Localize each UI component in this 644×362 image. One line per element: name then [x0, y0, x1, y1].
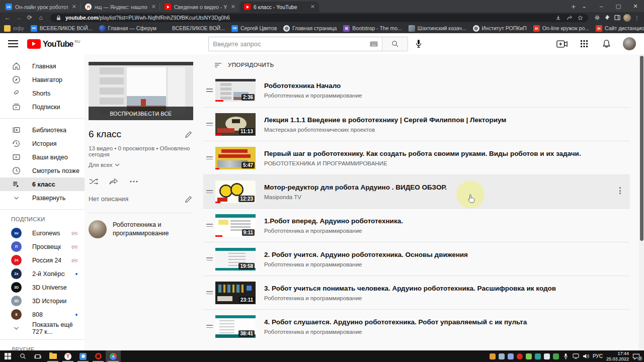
- drag-handle-icon[interactable]: [203, 325, 215, 328]
- yandex-browser-button[interactable]: Y: [60, 350, 75, 362]
- page-scrollbar[interactable]: [639, 54, 644, 350]
- share-icon[interactable]: [109, 176, 119, 187]
- subscription-item[interactable]: 3D3D Истории: [0, 294, 85, 308]
- tab-close-icon[interactable]: ✕: [150, 4, 157, 10]
- video-channel[interactable]: Мастерская робототехнических проектов: [264, 127, 630, 133]
- close-button[interactable]: ✕: [627, 3, 644, 10]
- browser-tab[interactable]: Янщ — Яндекс: нашлось 53 тыс.✕: [80, 2, 160, 12]
- search-input[interactable]: [213, 40, 370, 48]
- video-thumbnail[interactable]: 5:47: [215, 147, 256, 169]
- browser-menu-icon[interactable]: ⋮: [633, 14, 641, 21]
- reload-icon[interactable]: ⟳: [25, 14, 34, 21]
- video-row[interactable]: 19:582. Робот учится. Ардуино робототехн…: [203, 242, 630, 276]
- video-thumbnail[interactable]: 23:11: [215, 282, 256, 304]
- playlist-thumbnail[interactable]: ВОСПРОИЗВЕСТИ ВСЕ: [89, 62, 193, 120]
- subscription-item[interactable]: 2х2-й Хопёрский ок...: [0, 267, 85, 281]
- tray-feather-app-icon[interactable]: [544, 353, 550, 359]
- video-title[interactable]: 4. Робот слушается. Ардуино робототехник…: [264, 318, 630, 326]
- voice-search-icon[interactable]: [411, 36, 426, 51]
- play-all-button[interactable]: ВОСПРОИЗВЕСТИ ВСЕ: [89, 107, 193, 120]
- more-actions-icon[interactable]: [129, 176, 139, 187]
- privacy-dropdown[interactable]: Для всех: [89, 162, 193, 168]
- extensions-puzzle-icon[interactable]: [603, 14, 611, 21]
- tab-close-icon[interactable]: ✕: [71, 4, 77, 10]
- notifications-bell-icon[interactable]: [601, 38, 612, 49]
- microphone-icon[interactable]: [562, 353, 569, 359]
- browser-tab[interactable]: Сведения о видео - YouTube St...✕: [160, 2, 239, 12]
- screen-recorder-button[interactable]: [75, 350, 91, 362]
- drag-handle-icon[interactable]: [203, 291, 215, 294]
- bookmark-item[interactable]: ◍Главная страница: [283, 25, 337, 32]
- download-page-icon[interactable]: [554, 14, 562, 21]
- chrome-button[interactable]: [106, 350, 121, 362]
- edit-description-pencil-icon[interactable]: [183, 194, 193, 204]
- tray-discord-icon[interactable]: [508, 353, 514, 359]
- subscription-item[interactable]: 24Россия 24((•)): [0, 253, 85, 267]
- back-icon[interactable]: ←: [3, 14, 12, 21]
- tray-app-orange-icon[interactable]: [490, 353, 496, 359]
- shuffle-icon[interactable]: [89, 176, 99, 187]
- browser-tab[interactable]: VKОн-лайн урок робототехники✕: [1, 2, 80, 12]
- video-channel[interactable]: Робототехника и программирование: [264, 295, 630, 301]
- bookmark-item[interactable]: юфу: [4, 25, 24, 32]
- drag-handle-icon[interactable]: [203, 224, 215, 227]
- drag-handle-icon[interactable]: [203, 156, 215, 159]
- keyboard-icon[interactable]: [370, 41, 378, 47]
- sidebar-item-6-класс[interactable]: 6 класс: [0, 177, 85, 191]
- menu-hamburger-icon[interactable]: [8, 40, 18, 47]
- bookmark-item[interactable]: Шахтинский казач...: [409, 25, 466, 32]
- scrollbar-thumb[interactable]: [640, 56, 643, 241]
- create-video-icon[interactable]: [556, 38, 568, 49]
- video-row[interactable]: 12:23Мотор-редуктор для робота Ардуино .…: [203, 174, 630, 208]
- video-row[interactable]: 23:113. Робот учиться понимать человека.…: [203, 276, 630, 309]
- playlist-owner[interactable]: Робототехника и программирование: [89, 213, 193, 238]
- drag-handle-icon[interactable]: [203, 88, 215, 92]
- forward-icon[interactable]: →: [14, 14, 23, 21]
- subscription-item[interactable]: euEuronews по-русс...((•)): [0, 226, 85, 240]
- bookmark-item[interactable]: inСайт дистанционн...: [596, 25, 644, 32]
- bookmark-item[interactable]: ◍Институт РОПКиП: [473, 25, 527, 32]
- tray-gem-app-icon[interactable]: [535, 353, 541, 359]
- sidebar-item-shorts[interactable]: Shorts: [0, 86, 85, 100]
- volume-icon[interactable]: [583, 353, 589, 359]
- drag-handle-icon[interactable]: [203, 257, 215, 260]
- bookmark-star-icon[interactable]: [576, 14, 584, 21]
- tray-antivirus-icon[interactable]: [526, 353, 532, 359]
- row-menu-icon[interactable]: [616, 187, 624, 194]
- maximize-button[interactable]: ▢: [610, 3, 627, 10]
- bookmark-item[interactable]: VKСергей Цветов: [231, 25, 277, 32]
- lock-icon[interactable]: [54, 14, 62, 21]
- new-tab-button[interactable]: +: [572, 3, 576, 11]
- drag-handle-icon[interactable]: [203, 123, 215, 126]
- clock[interactable]: 17:44 25.03.2022: [606, 351, 629, 362]
- subscription-item[interactable]: ППросвещение. По...((•)): [0, 240, 85, 253]
- search-button[interactable]: [382, 37, 408, 51]
- browser-profile-avatar[interactable]: [623, 14, 631, 22]
- video-title[interactable]: 1.Робот вперед. Ардуино робототехника.: [264, 217, 630, 225]
- url-text[interactable]: youtube.com/playlist?list=PLWwh-NqfhfRnh…: [65, 15, 551, 21]
- apps-grid-icon[interactable]: [579, 38, 590, 49]
- video-channel[interactable]: Робототехника и программирование: [264, 329, 630, 335]
- tray-leaf-app-icon[interactable]: [553, 353, 559, 359]
- video-title[interactable]: Робототехника Начало: [264, 82, 630, 89]
- video-row[interactable]: 38:414. Робот слушается. Ардуино роботот…: [203, 309, 630, 343]
- sidebar-panel-icon[interactable]: [613, 14, 621, 21]
- video-channel[interactable]: Робототехника и программирование: [264, 261, 630, 267]
- video-channel[interactable]: Робототехника и программирование: [264, 93, 630, 99]
- video-row[interactable]: 11:13Лекция 1.1.1 Введение в робототехни…: [203, 107, 630, 141]
- bookmark-item[interactable]: VKВСЕВЕЛИКОЕ ВОЙ...: [31, 25, 93, 32]
- video-title[interactable]: 2. Робот учится. Ардуино робототехника. …: [264, 251, 630, 258]
- video-channel[interactable]: Masiponda TV: [264, 194, 630, 200]
- action-center-icon[interactable]: 2: [632, 353, 641, 360]
- owner-avatar[interactable]: [89, 220, 107, 238]
- task-view-icon[interactable]: [30, 350, 45, 362]
- video-title[interactable]: 3. Робот учиться понимать человека. Арду…: [264, 285, 630, 292]
- user-avatar[interactable]: [623, 37, 636, 50]
- subscription-item[interactable]: 3D3D Universe: [0, 281, 85, 294]
- home-icon[interactable]: ⌂: [36, 14, 45, 21]
- sidebar-item-подписки[interactable]: Подписки: [0, 100, 85, 114]
- bookmark-item[interactable]: Главная — Сферум: [99, 25, 156, 32]
- video-thumbnail[interactable]: 12:23: [215, 180, 256, 203]
- tray-recorder-icon[interactable]: [517, 353, 523, 359]
- video-title[interactable]: Мотор-редуктор для робота Ардуино . ВИДЕ…: [264, 184, 630, 191]
